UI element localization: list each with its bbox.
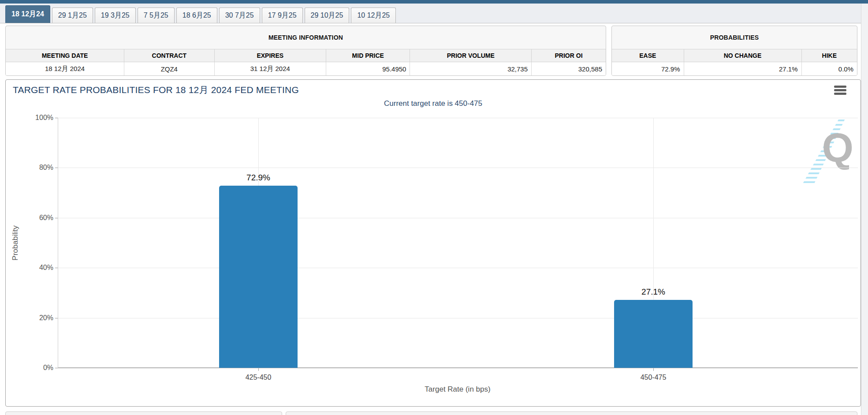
x-category-label: 450-475 (641, 374, 667, 381)
col-mid-price: MID PRICE (326, 49, 410, 62)
probability-bar[interactable] (219, 186, 298, 368)
meeting-tab[interactable]: 19 3月25 (95, 7, 136, 23)
y-axis-tick-label: 60% (29, 214, 53, 222)
prior-volume-value: 32,735 (410, 62, 532, 76)
ease-value: 72.9% (612, 62, 684, 76)
meeting-date-tabs: 18 12月2429 1月2519 3月257 5月2518 6月2530 7月… (0, 4, 861, 23)
expires-value: 31 12月 2024 (214, 62, 326, 76)
bar-value-label: 27.1% (641, 287, 665, 297)
hike-value: 0.0% (801, 62, 857, 76)
probabilities-panel: PROBABILITIES EASE NO CHANGE HIKE 72.9% … (611, 26, 857, 76)
next-section-panel-right (286, 411, 857, 415)
prior-oi-value: 320,585 (532, 62, 606, 76)
y-axis-line (58, 118, 58, 368)
y-axis-tick (55, 368, 58, 368)
chart-title: TARGET RATE PROBABILITIES FOR 18 12月 202… (13, 84, 299, 96)
x-axis-tick (653, 368, 654, 371)
next-section-panel-left (5, 411, 282, 415)
meeting-date-value: 18 12月 2024 (6, 62, 124, 76)
meeting-information-panel: MEETING INFORMATION MEETING DATE CONTRAC… (5, 26, 606, 76)
col-ease: EASE (612, 49, 684, 62)
mid-price-value: 95.4950 (326, 62, 410, 76)
y-axis-tick-label: 0% (29, 364, 53, 372)
horizontal-gridline (58, 268, 858, 268)
contract-value: ZQZ4 (124, 62, 214, 76)
chart-panel: TARGET RATE PROBABILITIES FOR 18 12月 202… (5, 79, 861, 407)
x-category-label: 425-450 (246, 374, 272, 381)
y-axis-title: Probability (11, 225, 20, 260)
horizontal-gridline (58, 168, 858, 168)
y-axis-tick-label: 100% (29, 114, 53, 122)
no-change-value: 27.1% (684, 62, 801, 76)
col-prior-volume: PRIOR VOLUME (410, 49, 532, 62)
col-meeting-date: MEETING DATE (6, 49, 124, 62)
hamburger-menu-icon[interactable] (834, 86, 846, 96)
top-accent-bar (0, 0, 868, 4)
meeting-information-title: MEETING INFORMATION (6, 26, 606, 49)
bar-value-label: 72.9% (246, 173, 270, 183)
meeting-tab[interactable]: 29 1月25 (52, 7, 93, 23)
horizontal-gridline (58, 218, 858, 218)
meeting-tab[interactable]: 18 6月25 (176, 7, 217, 23)
probabilities-table: EASE NO CHANGE HIKE 72.9% 27.1% 0.0% (612, 49, 857, 76)
meeting-tab[interactable]: 30 7月25 (219, 7, 260, 23)
x-axis-title: Target Rate (in bps) (425, 385, 490, 394)
col-expires: EXPIRES (214, 49, 326, 62)
chart-subtitle: Current target rate is 450-475 (6, 99, 861, 108)
vertical-scrollbar[interactable] (861, 4, 868, 415)
meeting-tab[interactable]: 17 9月25 (262, 7, 303, 23)
col-no-change: NO CHANGE (684, 49, 801, 62)
horizontal-gridline (58, 118, 858, 118)
meeting-information-table: MEETING DATE CONTRACT EXPIRES MID PRICE … (6, 49, 606, 76)
horizontal-gridline (58, 318, 858, 318)
probability-bar[interactable] (614, 300, 693, 368)
table-header-row: MEETING DATE CONTRACT EXPIRES MID PRICE … (6, 49, 606, 62)
probabilities-title: PROBABILITIES (612, 26, 857, 49)
y-axis-tick-label: 80% (29, 164, 53, 172)
col-prior-oi: PRIOR OI (532, 49, 606, 62)
x-axis-line (58, 367, 858, 368)
bar-chart-plot: 0%20%40%60%80%100%72.9%425-45027.1%450-4… (58, 118, 858, 368)
meeting-tab[interactable]: 29 10月25 (305, 7, 350, 23)
y-axis-tick-label: 40% (29, 264, 53, 272)
meeting-tab[interactable]: 7 5月25 (138, 7, 175, 23)
col-contract: CONTRACT (124, 49, 214, 62)
x-axis-tick (258, 368, 259, 371)
meeting-tab[interactable]: 10 12月25 (351, 7, 396, 23)
table-row: 18 12月 2024 ZQZ4 31 12月 2024 95.4950 32,… (6, 62, 606, 76)
col-hike: HIKE (801, 49, 857, 62)
table-header-row: EASE NO CHANGE HIKE (612, 49, 857, 62)
y-axis-tick-label: 20% (29, 314, 53, 322)
table-row: 72.9% 27.1% 0.0% (612, 62, 857, 76)
meeting-tab[interactable]: 18 12月24 (5, 5, 50, 23)
